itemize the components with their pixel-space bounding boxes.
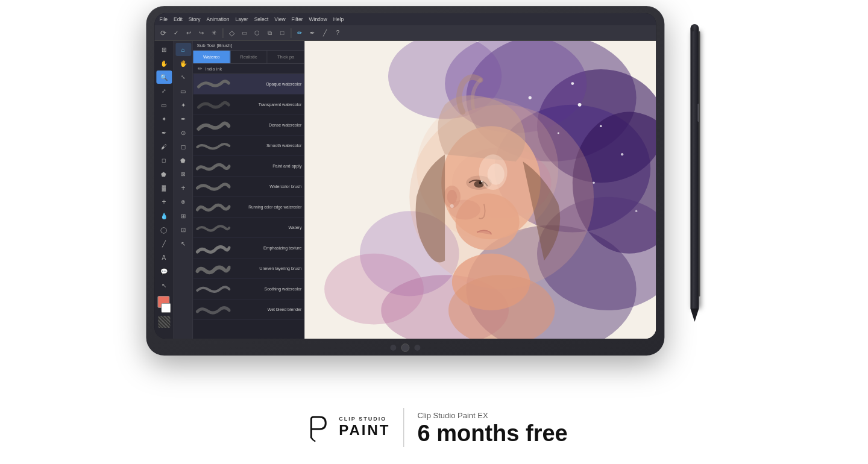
svg-point-15: [578, 103, 582, 107]
brush-preview-paint: [195, 158, 230, 175]
brush-panel: Sub Tool [Brush] Waterco Realistic Thick…: [193, 41, 304, 339]
tool-zoom[interactable]: 🔍: [156, 71, 172, 84]
brush-tab-thick[interactable]: Thick pa: [268, 51, 304, 63]
brush-item-transparent[interactable]: Transparent watercolor: [193, 95, 304, 115]
brush-name-wetbleed: Wet bleed blender: [231, 307, 301, 312]
subtool-icon7[interactable]: ⊙: [175, 126, 191, 139]
toolbar-lasso-icon[interactable]: ⬡: [251, 30, 262, 36]
menu-layer[interactable]: Layer: [235, 16, 248, 22]
brush-tab-realistic[interactable]: Realistic: [230, 51, 268, 63]
subtool-icon2[interactable]: 🖐: [175, 57, 191, 70]
toolbar-redo-icon[interactable]: ↪: [196, 30, 207, 36]
subtool-icon4[interactable]: ▭: [175, 84, 191, 98]
tool-balloon[interactable]: 💬: [156, 265, 172, 278]
subtool-icon6[interactable]: ✒: [175, 112, 191, 125]
brush-item-soothing[interactable]: Soothing watercolor: [193, 279, 304, 299]
india-ink-row[interactable]: ✏ India ink: [193, 64, 304, 74]
menu-story[interactable]: Story: [189, 16, 201, 22]
brush-item-running[interactable]: Running color edge watercolor: [193, 197, 304, 218]
brush-item-opaque[interactable]: Opaque watercolor: [193, 74, 304, 95]
subtool-layers[interactable]: ⊞: [175, 209, 191, 222]
tool-eyedrop[interactable]: 💧: [156, 209, 172, 222]
promo-section: CLIP STUDIO PAINT Clip Studio Paint EX 6…: [300, 408, 567, 447]
tool-rect-select[interactable]: ▭: [156, 98, 172, 111]
tool-add[interactable]: +: [156, 195, 172, 208]
brush-preview-dense: [195, 117, 230, 134]
subtool-icon9[interactable]: ⬟: [175, 154, 191, 167]
menu-edit[interactable]: Edit: [174, 16, 183, 22]
tablet-home-btn[interactable]: [401, 343, 409, 352]
artwork-svg: [304, 41, 656, 339]
brush-name-smooth: Smooth watercolor: [231, 143, 301, 148]
subtool-icon1[interactable]: ⌂: [175, 43, 191, 56]
svg-point-21: [529, 96, 532, 99]
menu-animation[interactable]: Animation: [207, 16, 230, 22]
brush-preview-running: [195, 199, 230, 216]
brush-item-uneven[interactable]: Uneven layering brush: [193, 259, 304, 279]
toolbar-pen2-icon[interactable]: ✒: [307, 30, 318, 36]
logo-icon: [300, 411, 334, 445]
svg-point-18: [621, 153, 623, 155]
brush-preview-opaque: [195, 76, 230, 93]
tool-shape[interactable]: ◯: [156, 223, 172, 236]
subtool-icon15[interactable]: ↖: [175, 237, 191, 250]
pattern-swatch: [158, 316, 170, 328]
subtool-icon14[interactable]: ⊡: [175, 223, 191, 236]
tool-gradient[interactable]: ▓: [156, 181, 172, 195]
tool-fill[interactable]: ⬟: [156, 168, 172, 181]
menu-help[interactable]: Help: [333, 16, 344, 22]
brush-preview-transparent: [195, 96, 230, 113]
toolbar-rotate-icon[interactable]: ⟳: [158, 29, 169, 37]
menu-window[interactable]: Window: [309, 16, 327, 22]
tool-select[interactable]: ⊞: [156, 43, 172, 56]
brush-item-wetbleed[interactable]: Wet bleed blender: [193, 299, 304, 320]
menu-view[interactable]: View: [274, 16, 285, 22]
tool-text[interactable]: A: [156, 251, 172, 264]
brush-item-smooth[interactable]: Smooth watercolor: [193, 136, 304, 156]
brush-preview-uneven: [195, 260, 230, 277]
tool-pen[interactable]: ✒: [156, 126, 172, 139]
bg-color-swatch[interactable]: [161, 303, 171, 313]
toolbar-crop-icon[interactable]: ⧉: [264, 30, 275, 37]
toolbar-help-icon[interactable]: ?: [332, 30, 343, 36]
menu-file[interactable]: File: [159, 16, 168, 22]
brush-item-emphasizing[interactable]: Emphasizing texture: [193, 238, 304, 259]
tablet-screen: File Edit Story Animation Layer Select V…: [154, 13, 656, 339]
subtool-icon11[interactable]: +: [175, 181, 191, 195]
tool-line[interactable]: ╱: [156, 237, 172, 250]
tool-magic[interactable]: ✦: [156, 112, 172, 125]
tool-move[interactable]: ✋: [156, 57, 172, 70]
menu-select[interactable]: Select: [254, 16, 269, 22]
toolbar-rect-icon[interactable]: ▭: [239, 30, 250, 36]
tool-cursor[interactable]: ↖: [156, 278, 172, 292]
subtool-icon10[interactable]: ⊠: [175, 168, 191, 181]
toolbar-undo-icon[interactable]: ↩: [183, 30, 194, 36]
subtool-icon8[interactable]: ◻: [175, 140, 191, 153]
brush-item-dense[interactable]: Dense watercolor: [193, 115, 304, 136]
tool-brush[interactable]: 🖌: [156, 140, 172, 153]
subtool-icon12[interactable]: ⊗: [175, 195, 191, 208]
brush-preview-wbrush: [195, 178, 230, 195]
svg-point-22: [635, 210, 638, 213]
toolbar-diamond-icon[interactable]: ◇: [226, 29, 237, 37]
s-pen-body: [690, 31, 699, 309]
tool-transform[interactable]: ⤢: [156, 84, 172, 98]
india-ink-label: India ink: [205, 66, 222, 72]
toolbar-square-icon[interactable]: □: [277, 30, 288, 36]
brush-name-soothing: Soothing watercolor: [231, 287, 301, 291]
toolbar-pen-icon[interactable]: ✏: [294, 30, 305, 36]
toolbar-rotate2-icon[interactable]: ✳: [209, 30, 219, 36]
brush-item-paint[interactable]: Paint and apply: [193, 156, 304, 177]
tool-eraser[interactable]: ◻: [156, 154, 172, 167]
subtool-icon5[interactable]: ✦: [175, 98, 191, 111]
toolbar-line-icon[interactable]: ╱: [319, 30, 330, 36]
brush-tab-waterco[interactable]: Waterco: [193, 51, 230, 63]
brush-item-wbrush[interactable]: Watercolor brush: [193, 177, 304, 197]
brush-preview-emphasizing: [195, 240, 230, 257]
svg-point-20: [558, 132, 559, 134]
subtool-icon3[interactable]: ⤡: [175, 71, 191, 84]
toolbar-check-icon[interactable]: ✓: [171, 30, 181, 36]
menu-filter[interactable]: Filter: [292, 16, 303, 22]
page-wrapper: File Edit Story Animation Layer Select V…: [0, 0, 868, 464]
brush-item-watery[interactable]: Watery: [193, 218, 304, 238]
